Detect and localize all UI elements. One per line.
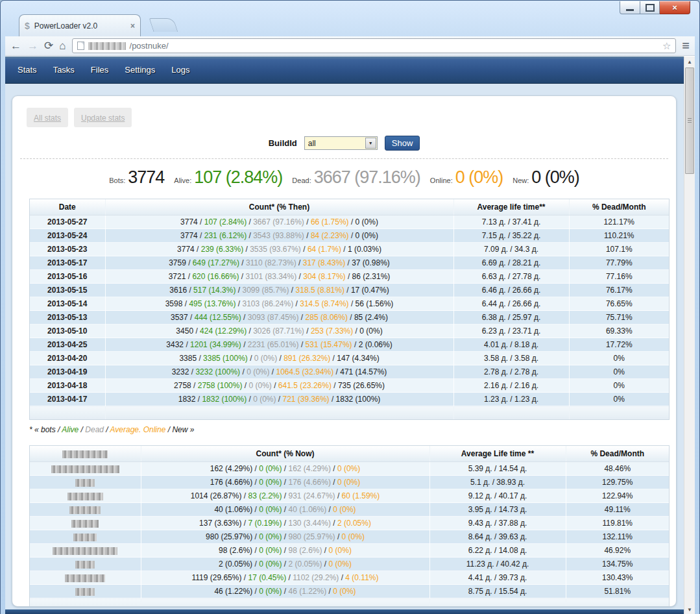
online-count: 285 (8.06%) [306,313,348,322]
scroll-down-arrow[interactable]: ▼ [684,604,695,614]
scrollbar-thumb[interactable] [685,68,694,174]
nav-item-stats[interactable]: Stats [18,65,37,75]
reload-icon[interactable]: ⟳ [44,40,53,51]
legend-part: Alive [62,425,78,434]
buildid-filter-row: BuildId all ▼ Show [12,136,676,151]
redacted-name [75,561,95,569]
redacted-domain [88,42,126,50]
online-count: 84 (2.23%) [311,231,349,240]
dead-count: 98 (2.6%) [289,546,322,555]
date-column-header: Date [30,199,105,215]
count-cell: 2758 / 2758 (100%) / 0 (0%) / 641.5 (23.… [105,379,453,393]
address-bar[interactable]: /postnuke/ ☆ [72,38,677,53]
lifetime-cell: 6.23 д. / 23.71 д. [453,325,569,338]
dead-month-cell: 0% [569,365,669,379]
lifetime-column-header: Average life time** [453,199,569,215]
redacted-name [71,520,99,528]
dead-month-cell: 69.33% [569,325,669,338]
title-bar[interactable]: $ PowerLoader v2.0 × × [1,1,699,36]
bots-total: 2758 [174,381,191,390]
update-stats-button[interactable]: Update stats [74,108,132,127]
nav-item-files[interactable]: Files [91,65,108,75]
dead-count: 0 (0%) [248,381,271,390]
browser-tab[interactable]: $ PowerLoader v2.0 × [19,14,141,36]
table-row: 2013-05-243774 / 231 (6.12%) / 3543 (93.… [30,229,669,243]
summary-value: 0 (0%) [455,167,503,188]
legend-part: » [187,425,194,434]
summary-value: 3667 (97.16%) [314,167,420,188]
menu-icon[interactable]: ≡ [682,38,690,53]
date-cell: 2013-04-25 [30,338,105,352]
dead-month-cell: 49.11% [566,503,669,517]
page-bottom-strip [5,609,684,614]
redacted-name-cell [30,544,141,558]
show-button[interactable]: Show [385,136,420,151]
online-count: 0 (0%) [329,546,352,555]
nav-item-logs[interactable]: Logs [171,65,189,75]
window-controls: × [620,1,690,14]
maximize-icon [646,4,655,12]
online-count: 641.5 (23.26%) [278,381,332,390]
nav-item-settings[interactable]: Settings [125,65,155,75]
table-row: 2013-05-163721 / 620 (16.66%) / 3101 (83… [30,270,669,284]
summary-value: 0 (0%) [531,167,579,188]
table-row: 46 (1.22%) / 0 (0%) / 46 (1.22%) / 0 (0%… [30,585,669,598]
date-cell: 2013-04-19 [30,365,105,379]
scroll-up-arrow[interactable]: ▲ [684,56,695,67]
close-button[interactable]: × [660,1,690,14]
lifetime-cell: 2.78 д. / 2.78 д. [453,365,569,379]
stats-links: All statsUpdate stats [27,108,676,127]
bots-total: 3450 [176,326,193,336]
dead-month-cell: 48.46% [566,462,669,476]
update-stats-link[interactable]: Update stats [81,114,125,123]
alive-count: 231 (6.12%) [204,231,247,240]
online-count: 60 (1.59%) [342,491,380,500]
minimize-button[interactable] [620,1,640,14]
count-cell: 3774 / 231 (6.12%) / 3543 (93.88%) / 84 … [105,229,453,243]
dead-count: 3543 (93.88%) [253,231,304,240]
daily-stats-table: Date Count* (% Then) Average life time**… [29,199,670,420]
maximize-button[interactable] [640,1,660,14]
new-count: 37 (0.98%) [352,258,390,267]
redacted-name [69,506,101,514]
scrollbar[interactable]: ▲ ▼ [684,56,695,614]
page-background: All statsUpdate stats BuildId all ▼ Show… [5,84,684,614]
buildid-select[interactable]: all ▼ [304,136,378,150]
summary-label: New: [513,177,529,184]
lifetime-cell: 6.44 д. / 26.66 д. [453,297,569,311]
table-header-row: Count* (% Now) Average Life time ** % De… [30,446,669,462]
daily-table-body: 2013-05-273774 / 107 (2.84%) / 3667 (97.… [30,215,669,406]
count-cell: 162 (4.29%) / 0 (0%) / 162 (4.29%) / 0 (… [141,462,429,476]
summary-alive: Alive:107 (2.84%) [174,167,282,188]
lifetime-cell: 9.43 д. / 37.88 д. [429,517,566,530]
count-cell: 46 (1.22%) / 0 (0%) / 46 (1.22%) / 0 (0%… [141,585,429,598]
dead-month-cell: 121.17% [569,215,669,229]
bookmark-star-icon[interactable]: ☆ [662,40,671,52]
table-row: 2013-05-173759 / 649 (17.27%) / 3110 (82… [30,256,669,270]
new-count: 471 (14.57%) [340,367,387,376]
lifetime-cell: 9.12 д. / 40.17 д. [429,489,566,503]
content-card: All statsUpdate stats BuildId all ▼ Show… [12,95,677,607]
count-column-header: Count* (% Now) [141,446,429,462]
navbar: StatsTasksFilesSettingsLogs [5,56,684,84]
all-stats-button[interactable]: All stats [27,108,68,127]
new-count: 17 (0.47%) [351,286,389,295]
table-row: 98 (2.6%) / 0 (0%) / 98 (2.6%) / 0 (0%)6… [30,544,669,558]
new-count: 0 (0%) [359,326,382,336]
chevron-down-icon[interactable]: ▼ [365,138,376,149]
dead-count: 3103 (86.24%) [242,299,293,308]
table-row: 2013-04-253432 / 1201 (34.99%) / 2231 (6… [30,338,669,352]
forward-icon[interactable]: → [27,40,38,51]
bots-total: 3759 [169,258,186,267]
nav-item-tasks[interactable]: Tasks [53,65,75,75]
all-stats-link[interactable]: All stats [34,114,61,123]
dead-month-cell: 107.1% [569,243,669,256]
redacted-name [51,465,119,473]
new-tab-button[interactable] [149,18,178,32]
tab-close-icon[interactable]: × [130,21,135,31]
back-icon[interactable]: ← [10,40,21,51]
lifetime-cell: 11.23 д. / 40.42 д. [429,558,566,571]
dead-count: 0 (0%) [253,395,276,404]
home-icon[interactable]: ⌂ [59,40,66,51]
date-cell: 2013-05-23 [30,243,105,256]
